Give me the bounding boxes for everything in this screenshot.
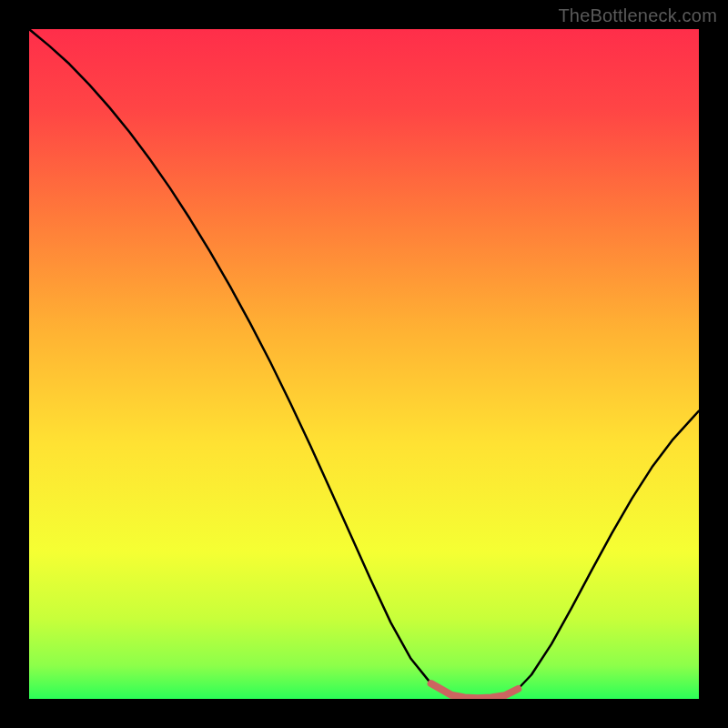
watermark-text: TheBottleneck.com — [558, 5, 717, 26]
gradient-background — [29, 29, 699, 699]
chart-plot-area — [29, 29, 699, 699]
chart-svg — [29, 29, 699, 699]
